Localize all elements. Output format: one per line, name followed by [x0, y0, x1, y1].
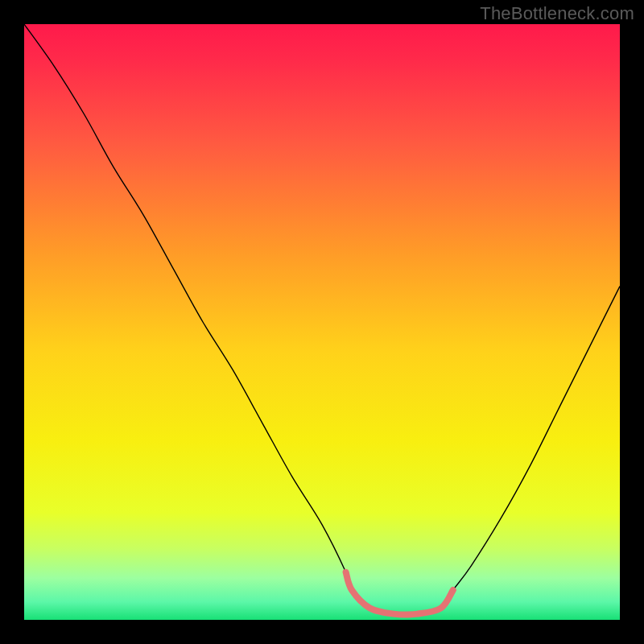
bottleneck-curve	[24, 24, 620, 615]
watermark-text: TheBottleneck.com	[480, 3, 634, 24]
optimal-band-marker	[346, 572, 453, 615]
plot-area	[24, 24, 620, 620]
curve-layer	[24, 24, 620, 620]
chart-frame: TheBottleneck.com	[0, 0, 644, 644]
